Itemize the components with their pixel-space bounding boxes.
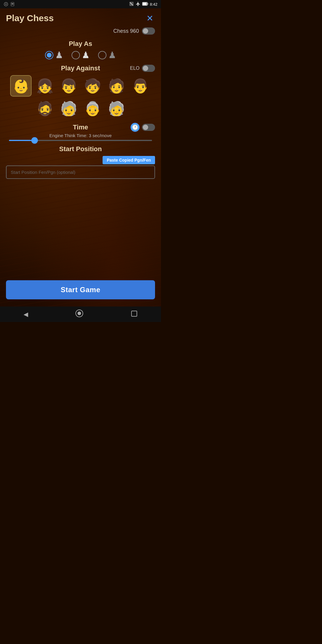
time-toggle[interactable]	[142, 124, 155, 131]
play-as-white[interactable]: ♟	[45, 51, 63, 60]
clock-icon: 🕐	[131, 123, 140, 132]
avatar-elderly[interactable]: 🧓	[106, 98, 127, 119]
avatar-older-woman[interactable]: 👵	[82, 98, 103, 119]
start-game-button[interactable]: Start Game	[6, 280, 155, 299]
status-bar: 8:42	[0, 0, 161, 8]
avatar-older-man[interactable]: 🧓	[58, 98, 79, 119]
page-title: Play Chess	[6, 13, 54, 23]
slider-thumb[interactable]	[31, 137, 38, 144]
start-game-area: Start Game	[6, 280, 155, 302]
avatar-row-1: 👶 👧 👦 🧒 🧑 👨	[6, 75, 155, 97]
play-as-group: ♟ ♟ ♟	[6, 51, 155, 60]
play-as-random-radio[interactable]	[98, 51, 106, 59]
paste-pgn-button[interactable]: Paste Copied Pgn/Fen	[103, 156, 155, 164]
svg-point-10	[78, 312, 81, 315]
chess960-row: Chess 960	[6, 27, 155, 35]
bottom-nav: ◀	[0, 306, 161, 322]
home-button[interactable]	[69, 307, 89, 322]
svg-rect-11	[131, 311, 137, 316]
avatar-bearded-man[interactable]: 🧔	[34, 98, 55, 119]
play-against-title: Play Against	[61, 64, 100, 72]
avatar-row-2: 🧔 🧓 👵 🧓	[6, 98, 155, 119]
time-controls: 🕐	[131, 123, 155, 132]
notification-off-icon	[129, 1, 134, 7]
clock-time: 8:42	[150, 2, 157, 7]
time-title: Time	[73, 123, 88, 131]
recents-button[interactable]	[125, 308, 143, 321]
avatar-grid: 👶 👧 👦 🧒 🧑 👨 🧔 🧓 👵 🧓	[6, 75, 155, 119]
chess960-toggle[interactable]	[142, 27, 155, 35]
home-icon	[75, 309, 83, 319]
recents-icon	[131, 310, 137, 318]
signal-icon	[4, 2, 8, 7]
play-as-black[interactable]: ♟	[72, 51, 90, 60]
engine-time-label: Engine Think Time: 3 sec/move	[6, 133, 155, 138]
black-piece-icon: ♟	[82, 51, 90, 60]
fen-input[interactable]	[6, 165, 155, 179]
slider-container	[6, 140, 155, 141]
avatar-baby[interactable]: 👶	[10, 75, 32, 97]
close-button[interactable]: ✕	[144, 13, 155, 24]
sim-icon	[10, 2, 15, 7]
white-piece-icon: ♟	[55, 51, 63, 60]
play-as-white-radio[interactable]	[45, 51, 53, 59]
avatar-child[interactable]: 🧒	[82, 75, 103, 97]
play-as-black-radio[interactable]	[72, 51, 80, 59]
start-position-title: Start Position	[6, 145, 155, 153]
svg-rect-7	[147, 3, 148, 4]
svg-point-1	[5, 4, 7, 5]
chess960-label: Chess 960	[113, 28, 139, 34]
slider-fill	[9, 140, 35, 141]
elo-label: ELO	[130, 66, 140, 71]
random-piece-icon: ♟	[108, 51, 116, 60]
close-icon: ✕	[146, 14, 153, 23]
svg-rect-3	[12, 3, 13, 4]
start-position-section: Start Position Paste Copied Pgn/Fen	[6, 145, 155, 179]
play-as-section: Play As ♟ ♟ ♟	[6, 40, 155, 60]
avatar-man[interactable]: 👨	[129, 75, 151, 97]
play-as-random[interactable]: ♟	[98, 51, 116, 60]
elo-row: ELO	[130, 65, 155, 72]
avatar-boy[interactable]: 👦	[58, 75, 79, 97]
elo-toggle[interactable]	[142, 65, 155, 72]
back-button[interactable]: ◀	[18, 308, 34, 320]
play-as-title: Play As	[6, 40, 155, 48]
avatar-person[interactable]: 🧑	[106, 75, 127, 97]
play-against-section: Play Against ELO 👶 👧 👦 🧒 🧑 👨	[6, 64, 155, 119]
time-slider-track[interactable]	[9, 140, 152, 141]
airplane-icon	[136, 1, 140, 7]
time-section: Time 🕐 Engine Think Time: 3 sec/move	[6, 123, 155, 141]
back-icon: ◀	[24, 311, 28, 318]
avatar-girl[interactable]: 👧	[34, 75, 55, 97]
battery-icon	[142, 2, 148, 7]
svg-rect-8	[143, 2, 147, 5]
